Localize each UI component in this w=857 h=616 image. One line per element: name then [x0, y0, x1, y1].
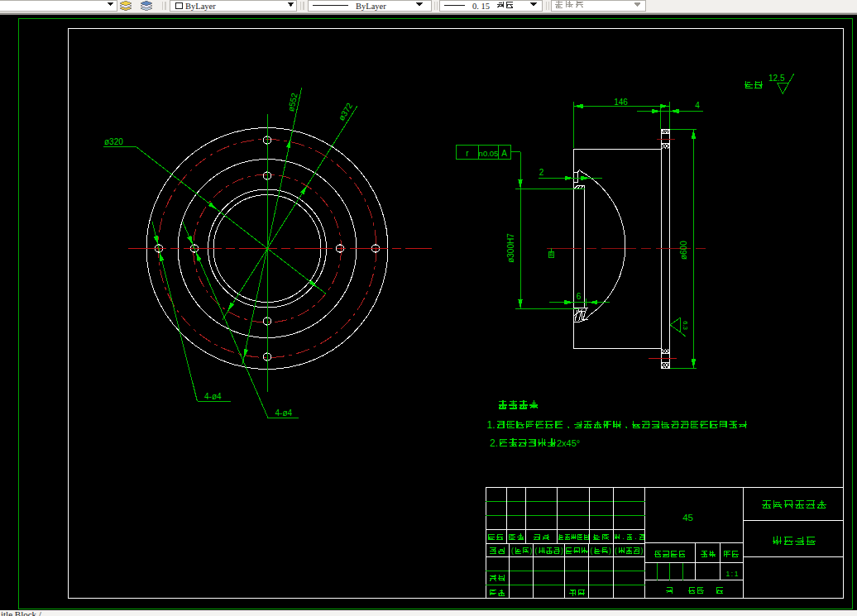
- svg-text:2: 2: [539, 168, 544, 177]
- svg-text:1 : 1: 1 : 1: [725, 570, 738, 578]
- svg-text:2x45°: 2x45°: [557, 438, 580, 448]
- svg-text:6.3: 6.3: [682, 321, 689, 331]
- svg-text:2.: 2.: [490, 437, 498, 449]
- svg-text:): ): [561, 547, 563, 555]
- svg-text:r: r: [466, 149, 469, 158]
- svg-text:6: 6: [577, 292, 582, 301]
- svg-text:146: 146: [614, 98, 628, 107]
- svg-text:(: (: [511, 547, 514, 555]
- svg-text:B: B: [549, 251, 553, 257]
- svg-text:(: (: [615, 547, 617, 555]
- svg-text:ø300H7: ø300H7: [506, 233, 515, 263]
- svg-text:ø320: ø320: [104, 137, 123, 146]
- svg-text:ByLayer: ByLayer: [356, 2, 386, 11]
- svg-text:45: 45: [682, 513, 693, 523]
- svg-text:0. 15: 0. 15: [472, 2, 490, 11]
- svg-text:4-ø4: 4-ø4: [204, 392, 222, 401]
- svg-text:ByLayer: ByLayer: [185, 2, 216, 11]
- svg-text:n0.05: n0.05: [479, 149, 499, 158]
- svg-text:(: (: [535, 547, 538, 555]
- svg-text:A: A: [501, 149, 507, 158]
- svg-text:): ): [641, 547, 644, 555]
- svg-text:4-ø4: 4-ø4: [275, 408, 293, 418]
- svg-text:itle Block /: itle Block /: [1, 609, 42, 616]
- svg-text:): ): [609, 547, 611, 555]
- svg-text:4: 4: [695, 101, 700, 110]
- svg-text:12.5: 12.5: [768, 74, 785, 83]
- svg-text:ø600: ø600: [679, 241, 688, 260]
- svg-text:): ): [530, 547, 533, 555]
- svg-text:ø372: ø372: [337, 101, 355, 122]
- svg-text:1.: 1.: [487, 419, 496, 431]
- svg-text:(: (: [591, 547, 593, 555]
